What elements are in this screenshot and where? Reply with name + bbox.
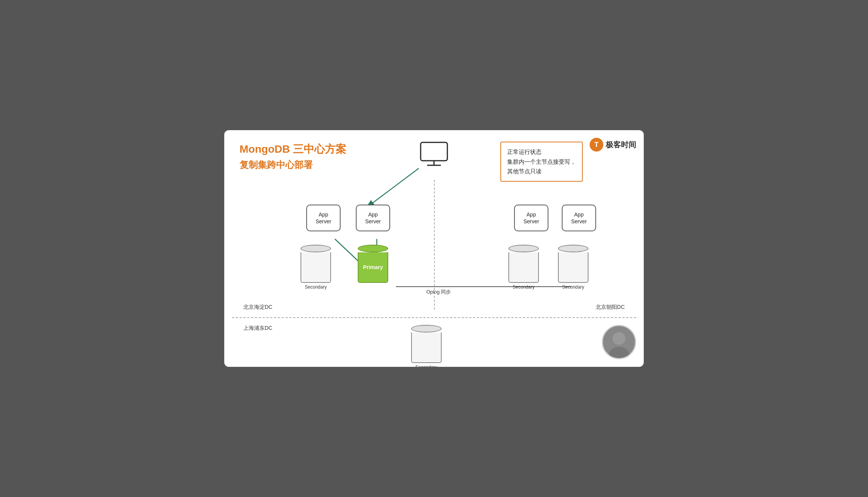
info-line2: 集群内一个主节点接受写，	[507, 157, 576, 167]
info-line1: 正常运行状态	[507, 147, 576, 157]
cylinder-primary: Primary	[358, 245, 388, 284]
info-box: 正常运行状态 集群内一个主节点接受写， 其他节点只读	[500, 142, 583, 182]
svg-point-11	[612, 332, 625, 345]
cylinder-secondary-1: Secondary	[301, 245, 331, 290]
cylinder-secondary-4: Secondary	[411, 325, 442, 367]
secondary-label-1: Secondary	[305, 284, 326, 290]
svg-line-5	[365, 168, 419, 208]
dc-label-right: 北京朝阳DC	[596, 304, 625, 311]
monitor-icon	[419, 142, 449, 170]
cylinder-secondary-2: Secondary	[508, 245, 539, 290]
logo-text: 极客时间	[606, 140, 636, 150]
dc-label-bottom: 上海浦东DC	[243, 325, 272, 332]
app-server-3: AppServer	[514, 205, 548, 231]
oplog-label: Oplog 同步	[426, 289, 451, 295]
info-line3: 其他节点只读	[507, 166, 576, 176]
secondary-label-4: Secondary	[415, 365, 437, 367]
avatar	[602, 325, 636, 359]
secondary-label-2: Secondary	[513, 284, 534, 290]
cylinder-secondary-3: Secondary	[558, 245, 588, 290]
app-server-4: AppServer	[562, 205, 596, 231]
app-server-1: AppServer	[306, 205, 341, 231]
app-server-2: AppServer	[356, 205, 390, 231]
secondary-label-3: Secondary	[562, 284, 584, 290]
svg-point-12	[609, 347, 629, 359]
slide: MongoDB 三中心方案 复制集跨中心部署 T 极客时间 正常运行状态 集群内…	[224, 130, 644, 367]
logo: T 极客时间	[590, 138, 636, 152]
svg-rect-0	[421, 142, 447, 161]
horizontal-divider	[232, 317, 636, 318]
dc-label-left: 北京海淀DC	[243, 304, 272, 311]
logo-icon: T	[590, 138, 603, 152]
